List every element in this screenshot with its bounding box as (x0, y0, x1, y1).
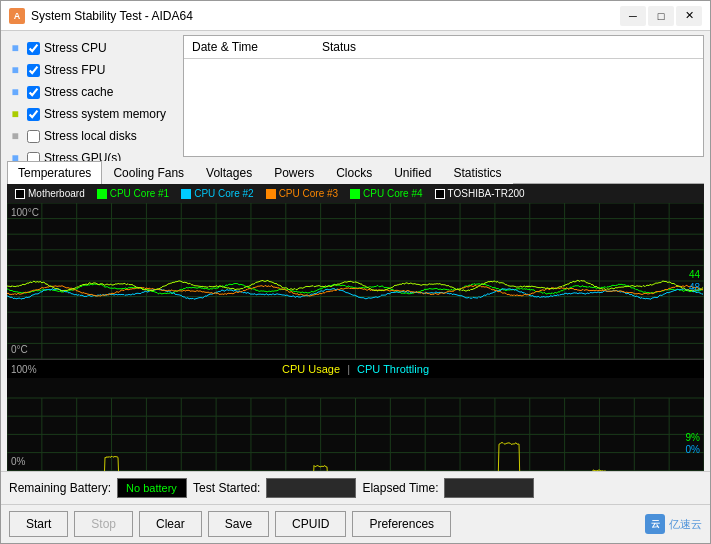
label-stress-memory: Stress system memory (44, 107, 166, 121)
temp-max-label: 100°C (11, 207, 39, 218)
tab-unified[interactable]: Unified (383, 161, 442, 184)
clear-button[interactable]: Clear (139, 511, 202, 537)
temp-value-48: 48 (689, 282, 700, 293)
temp-min-label: 0°C (11, 344, 28, 355)
item-icon-stress-cpu: ■ (7, 40, 23, 56)
tab-temperatures[interactable]: Temperatures (7, 161, 102, 184)
tab-cooling-fans[interactable]: Cooling Fans (102, 161, 195, 184)
cpuid-button[interactable]: CPUID (275, 511, 346, 537)
checkbox-stress-disks[interactable] (27, 130, 40, 143)
legend-cpu-core-#4: CPU Core #4 (350, 188, 422, 199)
temp-value-44: 44 (689, 269, 700, 280)
watermark: 云 亿速云 (645, 514, 702, 534)
window-controls: ─ □ ✕ (620, 6, 702, 26)
tab-voltages[interactable]: Voltages (195, 161, 263, 184)
legend-checkbox-Motherboard (15, 189, 25, 199)
checkbox-stress-memory[interactable] (27, 108, 40, 121)
watermark-icon: 云 (645, 514, 665, 534)
battery-label: Remaining Battery: (9, 481, 111, 495)
legend-checkbox-CPU Core #3 (266, 189, 276, 199)
battery-value: No battery (117, 478, 187, 498)
item-icon-stress-cache: ■ (7, 84, 23, 100)
usage-label: CPU Usage (282, 363, 340, 375)
checkbox-item-stress-memory: ■ Stress system memory (7, 105, 177, 123)
minimize-button[interactable]: ─ (620, 6, 646, 26)
start-button[interactable]: Start (9, 511, 68, 537)
stop-button[interactable]: Stop (74, 511, 133, 537)
preferences-button[interactable]: Preferences (352, 511, 451, 537)
checkbox-stress-cache[interactable] (27, 86, 40, 99)
usage-max-label: 100% (11, 364, 37, 375)
charts-area: Motherboard CPU Core #1 CPU Core #2 CPU … (7, 184, 704, 471)
col-datetime-header: Date & Time (192, 40, 322, 54)
legend-cpu-core-#2: CPU Core #2 (181, 188, 253, 199)
tab-statistics[interactable]: Statistics (443, 161, 513, 184)
status-bar: Remaining Battery: No battery Test Start… (1, 471, 710, 504)
app-icon: A (9, 8, 25, 24)
checkbox-item-stress-cpu: ■ Stress CPU (7, 39, 177, 57)
legend-motherboard: Motherboard (15, 188, 85, 199)
label-stress-cpu: Stress CPU (44, 41, 107, 55)
tabs-bar: TemperaturesCooling FansVoltagesPowersCl… (7, 161, 704, 184)
status-table: Date & Time Status (183, 35, 704, 157)
usage-min-label: 0% (11, 456, 25, 467)
temperature-canvas (7, 203, 704, 359)
usage-chart: CPU Usage | CPU Throttling 100% 0% 9% 0% (7, 360, 704, 471)
main-window: A System Stability Test - AIDA64 ─ □ ✕ ■… (0, 0, 711, 544)
usage-legend: CPU Usage | CPU Throttling (7, 360, 704, 378)
label-stress-disks: Stress local disks (44, 129, 137, 143)
usage-value-0: 0% (686, 444, 700, 455)
action-bar: Start Stop Clear Save CPUID Preferences … (1, 504, 710, 543)
titlebar: A System Stability Test - AIDA64 ─ □ ✕ (1, 1, 710, 31)
temperature-chart: 100°C 0°C 44 48 (7, 203, 704, 360)
checkbox-stress-cpu[interactable] (27, 42, 40, 55)
checkbox-item-stress-disks: ■ Stress local disks (7, 127, 177, 145)
checkbox-item-stress-cache: ■ Stress cache (7, 83, 177, 101)
throttling-label: CPU Throttling (357, 363, 429, 375)
col-status-header: Status (322, 40, 695, 54)
legend-checkbox-TOSHIBA-TR200 (435, 189, 445, 199)
table-header: Date & Time Status (184, 36, 703, 59)
chart-legend: Motherboard CPU Core #1 CPU Core #2 CPU … (7, 184, 704, 203)
legend-cpu-core-#1: CPU Core #1 (97, 188, 169, 199)
usage-value-9: 9% (686, 432, 700, 443)
item-icon-stress-memory: ■ (7, 106, 23, 122)
legend-toshiba-tr200: TOSHIBA-TR200 (435, 188, 525, 199)
stress-options-panel: ■ Stress CPU ■ Stress FPU ■ Stress cache… (7, 35, 177, 157)
maximize-button[interactable]: □ (648, 6, 674, 26)
tab-powers[interactable]: Powers (263, 161, 325, 184)
watermark-text: 亿速云 (669, 517, 702, 532)
item-icon-stress-fpu: ■ (7, 62, 23, 78)
save-button[interactable]: Save (208, 511, 269, 537)
tab-clocks[interactable]: Clocks (325, 161, 383, 184)
item-icon-stress-disks: ■ (7, 128, 23, 144)
label-stress-fpu: Stress FPU (44, 63, 105, 77)
battery-text: No battery (126, 482, 177, 494)
legend-checkbox-CPU Core #2 (181, 189, 191, 199)
usage-canvas (7, 378, 704, 471)
label-stress-cache: Stress cache (44, 85, 113, 99)
elapsed-label: Elapsed Time: (362, 481, 438, 495)
started-value (266, 478, 356, 498)
window-title: System Stability Test - AIDA64 (31, 9, 620, 23)
legend-checkbox-CPU Core #4 (350, 189, 360, 199)
legend-checkbox-CPU Core #1 (97, 189, 107, 199)
checkbox-stress-fpu[interactable] (27, 64, 40, 77)
elapsed-value (444, 478, 534, 498)
checkbox-item-stress-fpu: ■ Stress FPU (7, 61, 177, 79)
close-button[interactable]: ✕ (676, 6, 702, 26)
legend-cpu-core-#3: CPU Core #3 (266, 188, 338, 199)
started-label: Test Started: (193, 481, 260, 495)
